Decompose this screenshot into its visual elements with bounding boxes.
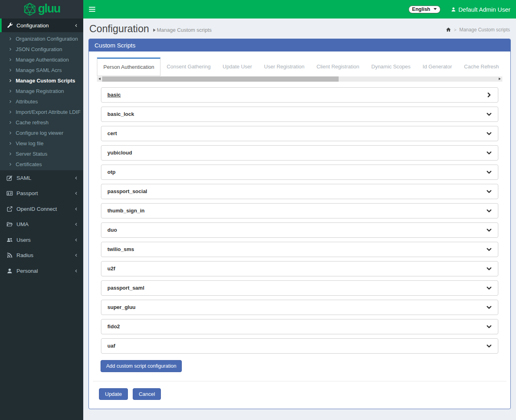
folder-open-icon	[6, 221, 13, 227]
cancel-button[interactable]: Cancel	[133, 388, 161, 400]
sidebar-item-label: Radius	[16, 252, 33, 258]
tabs-scrollbar[interactable]	[97, 76, 502, 82]
panel-body: Person Authentication Consent Gathering …	[89, 51, 510, 409]
tab-label: Person Authentication	[103, 64, 154, 70]
script-name: twilio_sms	[107, 246, 134, 252]
sidebar-item-label: Users	[16, 237, 31, 243]
script-row[interactable]: thumb_sign_in	[101, 203, 498, 218]
scrollbar-thumb[interactable]	[102, 76, 339, 82]
chevron-down-icon	[486, 111, 492, 117]
users-icon	[6, 237, 13, 243]
angle-right-icon	[8, 152, 12, 156]
sidebar-item[interactable]: Users	[0, 232, 83, 248]
script-name: fido2	[107, 323, 120, 329]
sidebar-subitem-label: Attributes	[16, 99, 38, 105]
script-name: passport_social	[107, 188, 147, 194]
tab-list: Person Authentication Consent Gathering …	[97, 58, 510, 76]
home-icon[interactable]	[446, 27, 451, 32]
sidebar-item[interactable]: SAML	[0, 170, 83, 186]
panel-header: Custom Scripts	[89, 39, 510, 51]
sidebar-item-label: SAML	[16, 175, 31, 181]
sidebar: gluu Configuration Organization Configur…	[0, 0, 83, 420]
sidebar-subitem[interactable]: Manage Authentication	[0, 54, 83, 65]
tab[interactable]: Consent Gathering	[160, 58, 216, 76]
script-name: cert	[107, 130, 117, 136]
sidebar-item[interactable]: Radius	[0, 248, 83, 264]
chevron-down-icon	[486, 324, 492, 329]
sidebar-subitem[interactable]: Manage SAML Acrs	[0, 65, 83, 75]
sidebar-subitem-label: Manage Registration	[16, 88, 64, 94]
script-name: thumb_sign_in	[107, 208, 144, 214]
sidebar-item[interactable]: OpenID Connect	[0, 201, 83, 217]
sidebar-sections: SAML Passport OpenID Connect UMA Use	[0, 170, 83, 279]
sidebar-subitem-label: Manage SAML Acrs	[16, 67, 62, 73]
tab[interactable]: User Registration	[258, 58, 310, 76]
tab[interactable]: Client Registration	[310, 58, 365, 76]
sidebar-item-label: Configuration	[16, 23, 49, 29]
sidebar-subitem[interactable]: Manage Custom Scripts	[0, 75, 83, 86]
scroll-left-arrow[interactable]	[97, 76, 102, 82]
script-row[interactable]: super_gluu	[101, 300, 498, 315]
tab[interactable]: Dynamic Scopes	[365, 58, 417, 76]
brand-logo[interactable]: gluu	[0, 0, 83, 19]
script-row[interactable]: yubicloud	[101, 145, 498, 161]
sidebar-item-configuration[interactable]: Configuration	[0, 19, 83, 32]
sidebar-item-label: Personal	[16, 268, 38, 274]
sidebar-subitem[interactable]: Server Status	[0, 148, 83, 159]
sidebar-subitem-label: View log file	[16, 140, 43, 146]
script-row[interactable]: cert	[101, 126, 498, 141]
scroll-right-arrow[interactable]	[497, 76, 502, 82]
user-menu[interactable]: Default Admin User	[451, 6, 510, 13]
wrench-icon	[7, 23, 13, 28]
sidebar-subitem[interactable]: View log file	[0, 138, 83, 148]
add-custom-script-button[interactable]: Add custom script configuration	[101, 360, 182, 372]
sidebar-subitem[interactable]: Configure log viewer	[0, 128, 83, 138]
page-title: Configuration	[89, 23, 149, 35]
sidebar-subitem[interactable]: Organization Configuration	[0, 33, 83, 44]
sidebar-item[interactable]: Personal	[0, 263, 83, 279]
sidebar-subitem[interactable]: JSON Configuration	[0, 44, 83, 54]
sidebar-toggle-button[interactable]	[89, 7, 95, 12]
angle-right-icon	[8, 37, 12, 41]
chevron-down-icon	[486, 150, 492, 156]
language-select[interactable]: English	[409, 6, 440, 13]
sidebar-subitem[interactable]: Cache refresh	[0, 117, 83, 128]
sidebar-item[interactable]: UMA	[0, 217, 83, 233]
sidebar-item-label: Passport	[16, 190, 38, 196]
script-name: duo	[107, 227, 117, 233]
tab-label: Update User	[223, 64, 252, 70]
chevron-down-icon	[486, 266, 492, 272]
tab-label: Client Registration	[317, 64, 359, 70]
tab[interactable]: Cache Refresh	[458, 58, 505, 76]
script-name: u2f	[107, 266, 115, 272]
sidebar-subitem[interactable]: Attributes	[0, 96, 83, 107]
page-subtitle-text: Manage Custom scripts	[157, 27, 212, 33]
script-name: otp	[107, 169, 115, 175]
sidebar-item[interactable]: Passport	[0, 186, 83, 202]
chevron-down-icon	[486, 227, 492, 233]
sidebar-subitem[interactable]: Import/Export Attribute LDIF	[0, 107, 83, 117]
script-row[interactable]: passport_social	[101, 184, 498, 199]
script-row[interactable]: basic	[101, 87, 498, 103]
sidebar-subitem[interactable]: Manage Registration	[0, 86, 83, 96]
script-row[interactable]: duo	[101, 222, 498, 238]
script-row[interactable]: basic_lock	[101, 107, 498, 122]
tab[interactable]: Update User	[217, 58, 258, 76]
chevron-down-icon	[486, 169, 492, 175]
tab[interactable]: Id Generator	[417, 58, 458, 76]
sidebar-subitem-label: Certificates	[16, 161, 42, 167]
angle-right-icon	[8, 78, 12, 83]
script-row[interactable]: u2f	[101, 261, 498, 276]
tab-label: Cache Refresh	[464, 64, 499, 70]
script-row[interactable]: uaf	[101, 338, 498, 354]
tab[interactable]: UMA RPT Policies	[505, 58, 510, 76]
script-row[interactable]: otp	[101, 165, 498, 180]
caret-down-icon	[434, 8, 437, 10]
update-button[interactable]: Update	[99, 388, 128, 400]
script-row[interactable]: fido2	[101, 319, 498, 334]
tab[interactable]: Person Authentication	[97, 58, 160, 76]
sidebar-subitem[interactable]: Certificates	[0, 159, 83, 169]
script-row[interactable]: passport_saml	[101, 280, 498, 296]
script-name: super_gluu	[107, 304, 136, 310]
script-row[interactable]: twilio_sms	[101, 242, 498, 257]
